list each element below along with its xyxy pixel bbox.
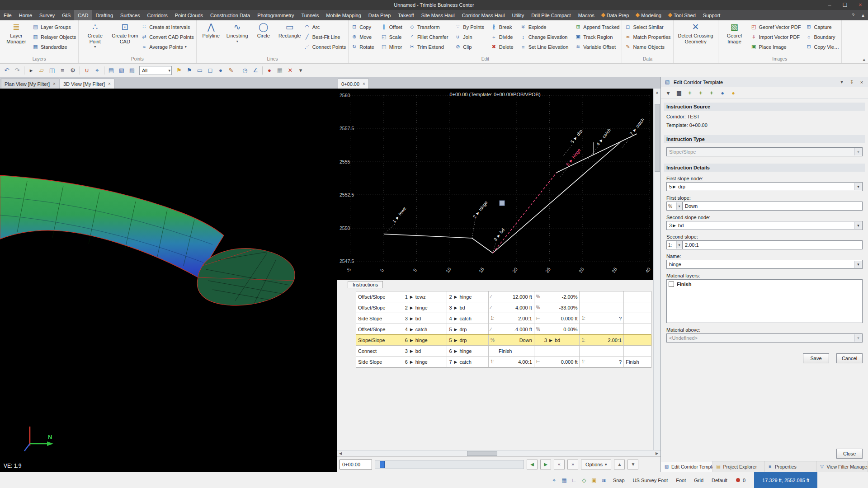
ribbon-small-button[interactable]: ⊞ Capture	[806, 23, 839, 31]
minimize-icon[interactable]: –	[822, 0, 837, 10]
ribbon-small-button[interactable]: ⊘ Clip	[454, 43, 484, 51]
toolbar-icon[interactable]: ⌖	[92, 66, 102, 75]
ribbon-big-button[interactable]: ⋀ Polyline	[199, 21, 223, 39]
view-tab[interactable]: Plan View [My Filter] ×	[1, 79, 59, 89]
instruction-row[interactable]: Side Slope 3 ► bd 4 ► catch 1:2.00:1 ⊢0.…	[356, 313, 651, 324]
ribbon-big-button[interactable]: ◯ Circle	[251, 21, 276, 39]
foot-label[interactable]: Foot	[672, 478, 690, 483]
ribbon-small-button[interactable]: ⊡ Copy	[351, 23, 374, 31]
ribbon-big-button[interactable]: ∴ Create Point	[81, 21, 109, 49]
scroll-up-icon[interactable]: ▲	[654, 89, 661, 96]
toolbar-icon[interactable]: ⚙	[68, 66, 78, 75]
selection-filter-select[interactable]: All	[139, 66, 172, 75]
toolbar-icon[interactable]: ✕	[285, 66, 295, 75]
first-station-button[interactable]: «	[554, 460, 565, 469]
instruction-row[interactable]: Slope/Slope 6 ► hinge 5 ► drp %Down 3 ► …	[356, 335, 651, 346]
close-tab-icon[interactable]: ×	[53, 81, 56, 86]
toolbar-icon[interactable]: ▧	[117, 66, 127, 75]
name-select[interactable]: hinge	[666, 260, 863, 269]
panel-close-icon[interactable]: ×	[858, 80, 865, 85]
selection-grip[interactable]	[500, 201, 505, 206]
menu-tab[interactable]: Home	[15, 10, 36, 20]
help-icon[interactable]: ?	[848, 10, 858, 20]
toolbar-icon[interactable]: ⚑	[174, 66, 184, 75]
menu-tab[interactable]: Photogrammetry	[254, 10, 297, 20]
menu-tab[interactable]: Corridor Mass Haul	[458, 10, 509, 20]
ribbon-big-button[interactable]: ∿ Linestring	[225, 21, 250, 43]
toolbar-icon[interactable]: ≡	[57, 66, 67, 75]
station-input[interactable]: 0+00.00	[340, 460, 372, 469]
maximize-icon[interactable]: ☐	[837, 0, 853, 10]
status-icon[interactable]: ∟	[569, 475, 579, 485]
ribbon-small-button[interactable]: ◱ Scale	[381, 33, 402, 41]
grid-label[interactable]: Grid	[690, 478, 708, 483]
window-position-icon[interactable]: ▾	[838, 79, 845, 85]
ribbon-small-button[interactable]: ∷ Create at Intervals	[141, 23, 193, 31]
panel-toolbar-icon[interactable]: +	[696, 89, 706, 98]
ribbon-small-button[interactable]: ∥ Offset	[381, 23, 402, 31]
ribbon-big-button[interactable]: ⊡ Create from CAD	[111, 21, 139, 44]
second-slope-unit-select[interactable]: 1:	[666, 240, 683, 249]
toolbar-icon[interactable]: ▱	[37, 66, 47, 75]
toolbar-icon[interactable]: ▸	[26, 66, 36, 75]
panel-toolbar-icon[interactable]: ▾	[663, 89, 673, 98]
toolbar-icon[interactable]: ▭	[195, 66, 205, 75]
cancel-button[interactable]: Cancel	[836, 353, 863, 363]
view-tab[interactable]: 3D View [My Filter] ×	[60, 79, 114, 89]
toolbar-icon[interactable]: ↶	[2, 66, 12, 75]
zoom-down-button[interactable]: ▼	[627, 460, 638, 469]
material-layers-listbox[interactable]: Finish	[666, 279, 863, 323]
status-icon[interactable]: ≋	[599, 475, 609, 485]
menu-tab[interactable]: Modeling	[632, 10, 665, 20]
menu-tab[interactable]: Corridors	[143, 10, 171, 20]
menu-tab[interactable]: Tool Shed	[665, 10, 699, 20]
ribbon-small-button[interactable]: ⊕ Move	[351, 33, 374, 41]
ribbon-small-button[interactable]: ▣ Track Region	[575, 33, 619, 41]
toolbar-icon[interactable]: ▤	[106, 66, 116, 75]
ribbon-small-button[interactable]: ✎ Name Objects	[624, 43, 670, 51]
scrollbar-thumb[interactable]	[467, 451, 497, 456]
panel-tab[interactable]: ≡ Properties	[764, 461, 816, 472]
close-tab-icon[interactable]: ×	[363, 81, 365, 86]
ribbon-small-button[interactable]: ≡ Set Line Elevation	[520, 43, 569, 51]
panel-toolbar-icon[interactable]: ▦	[674, 89, 684, 98]
menu-tab[interactable]: Construction Data	[207, 10, 254, 20]
instruction-row[interactable]: Connect 3 ► bd 6 ► hinge Finish	[356, 346, 651, 357]
ribbon-small-button[interactable]: ╱ Best-Fit Line	[304, 33, 346, 41]
georef-image-button[interactable]: ▧ Georef Image	[721, 21, 749, 44]
menu-tab[interactable]: Tunnels	[297, 10, 322, 20]
ribbon-small-button[interactable]: ○ Boundary	[806, 33, 839, 41]
close-icon[interactable]: ×	[853, 0, 868, 10]
next-station-button[interactable]: ▶	[540, 460, 551, 469]
ribbon-small-button[interactable]: ▤ Layer Groups	[32, 23, 76, 31]
ribbon-small-button[interactable]: ✖ Delete	[491, 43, 514, 51]
detect-crossing-geometry-button[interactable]: ✕ Detect Crossing Geometry	[676, 21, 716, 44]
ribbon-small-button[interactable]: ◰ Georef Vector PDF	[750, 23, 801, 31]
selected-instruction-line[interactable]	[493, 173, 557, 253]
toolbar-icon[interactable]: ◷	[240, 66, 250, 75]
status-icon[interactable]: ▣	[589, 475, 599, 485]
collapse-ribbon-icon[interactable]: ▴	[863, 56, 865, 62]
toolbar-icon[interactable]: ∠	[250, 66, 260, 75]
station-slider-thumb[interactable]	[380, 461, 385, 468]
ribbon-small-button[interactable]: ⊞ Append Tracked	[575, 23, 619, 31]
instruction-row[interactable]: Offset/Slope 4 ► catch 5 ► drp ∕-4.000 f…	[356, 324, 651, 335]
horizontal-scrollbar[interactable]: ◀ ▶	[337, 450, 660, 456]
ribbon-small-button[interactable]: ≈ Average Points	[141, 43, 193, 51]
menu-tab[interactable]: Survey	[36, 10, 58, 20]
material-layer-item[interactable]: Finish	[669, 282, 860, 287]
ribbon-small-button[interactable]: ⊡ Copy Vie…	[806, 43, 839, 51]
menu-tab[interactable]: CAD	[74, 10, 92, 20]
ribbon-small-button[interactable]: ◜ Fillet Chamfer	[409, 33, 448, 41]
zoom-up-button[interactable]: ▲	[614, 460, 625, 469]
toolbar-icon[interactable]: ●	[264, 66, 274, 75]
ribbon-small-button[interactable]: ≋ Variable Offset	[575, 43, 619, 51]
menu-tab[interactable]: Mobile Mapping	[322, 10, 365, 20]
menu-tab[interactable]: Data Prep	[598, 10, 633, 20]
menu-tab[interactable]: Macros	[575, 10, 598, 20]
ribbon-big-button[interactable]: ▭ Rectangle	[278, 21, 302, 39]
toolbar-icon[interactable]: ✎	[226, 66, 236, 75]
menu-tab[interactable]: Site Mass Haul	[418, 10, 458, 20]
snap-button[interactable]: Snap	[609, 478, 629, 483]
menu-tab[interactable]: GIS	[58, 10, 74, 20]
